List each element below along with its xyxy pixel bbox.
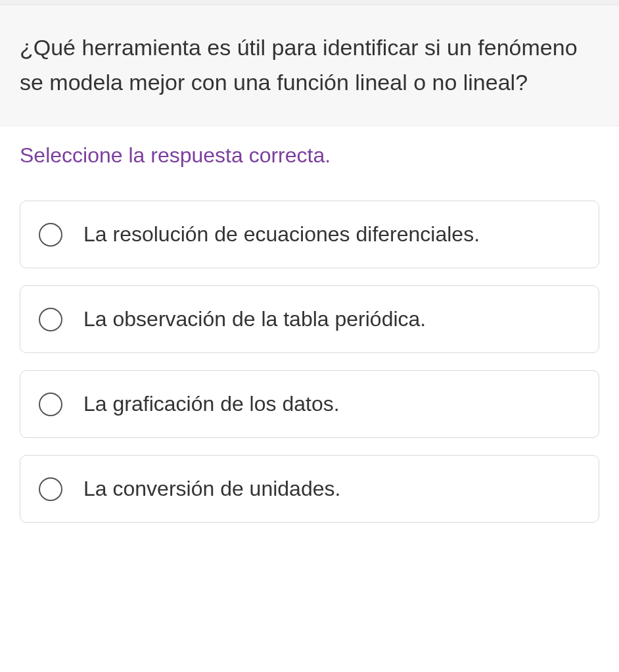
instruction-text: Seleccione la respuesta correcta.	[0, 126, 619, 181]
question-text: ¿Qué herramienta es útil para identifica…	[20, 30, 599, 99]
question-section: ¿Qué herramienta es útil para identifica…	[0, 5, 619, 126]
radio-icon	[39, 393, 62, 416]
option-label: La conversión de unidades.	[83, 477, 340, 501]
radio-icon	[39, 223, 62, 247]
option-label: La graficación de los datos.	[83, 392, 340, 416]
top-divider	[0, 0, 619, 5]
option-2[interactable]: La observación de la tabla periódica.	[20, 285, 599, 353]
options-container: La resolución de ecuaciones diferenciale…	[0, 181, 619, 523]
option-1[interactable]: La resolución de ecuaciones diferenciale…	[20, 201, 599, 268]
option-label: La resolución de ecuaciones diferenciale…	[83, 222, 480, 247]
option-3[interactable]: La graficación de los datos.	[20, 370, 599, 438]
option-label: La observación de la tabla periódica.	[83, 307, 426, 331]
option-4[interactable]: La conversión de unidades.	[20, 455, 599, 523]
radio-icon	[39, 477, 62, 501]
radio-icon	[39, 308, 62, 331]
